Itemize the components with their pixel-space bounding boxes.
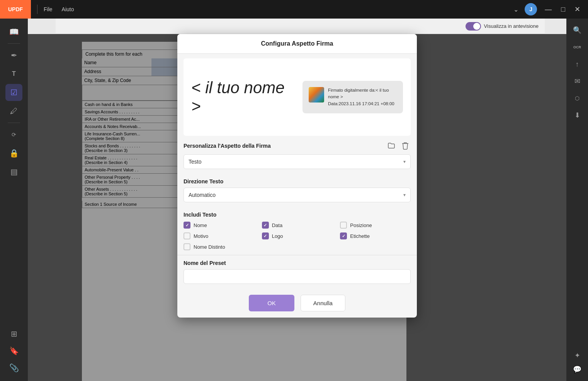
checkbox-etichette-box[interactable] [340, 232, 347, 239]
ocr-icon[interactable]: OCR [570, 40, 584, 54]
dropdown-arrow-icon: ▾ [403, 159, 406, 164]
sidebar-bottom: ⊞ 🔖 📎 [5, 325, 22, 376]
customize-title: Personalizza l'Aspetto della Firma [184, 143, 271, 149]
modal-dialog: Configura Aspetto Firma < il tuo nome > … [177, 34, 417, 318]
checkbox-nome-distinto[interactable]: Nome Distinto [184, 243, 254, 250]
preview-label: Visualizza in antevisione [484, 23, 539, 29]
checkbox-etichette-label: Etichette [350, 233, 370, 239]
checkbox-nome-distinto-box[interactable] [184, 243, 190, 250]
minimize-button[interactable]: — [543, 5, 553, 14]
signature-digital-block: Firmato digitalmente da:< il tuo nome > … [302, 81, 403, 113]
sidebar-icon-bookmark[interactable]: 🔖 [5, 342, 22, 359]
modal-header: Configura Aspetto Firma [177, 34, 417, 54]
dropdown-text-value: Testo [189, 159, 201, 165]
chevron-down-icon[interactable]: ⌄ [513, 6, 518, 13]
scan-icon[interactable]: ⬡ [570, 91, 584, 105]
main-content: Visualizza in antevisione Complete this … [28, 19, 566, 381]
checkbox-nome-label: Nome [194, 222, 207, 228]
sidebar-icon-organize[interactable]: ▤ [5, 163, 22, 180]
sidebar-divider-2 [8, 123, 20, 123]
avatar[interactable]: J [525, 3, 537, 15]
preset-input[interactable] [184, 269, 411, 284]
preview-bar: Visualizza in antevisione [56, 19, 545, 34]
ok-button[interactable]: OK [249, 295, 294, 311]
checkbox-motivo-label: Motivo [194, 233, 208, 239]
checkbox-posizione[interactable]: Posizione [340, 222, 411, 229]
modal-title: Configura Aspetto Firma [261, 40, 333, 47]
modal-footer: OK Annulla [177, 289, 417, 318]
direction-title: Direzione Testo [184, 178, 411, 185]
checkbox-data-box[interactable] [262, 222, 269, 229]
signature-name-text: < il tuo nome > [191, 79, 295, 116]
text-type-dropdown[interactable]: Testo ▾ [184, 154, 411, 169]
sidebar-icon-edit[interactable]: ✒ [5, 47, 22, 64]
digital-line1: Firmato digitalmente da:< il tuo nome > [328, 87, 397, 101]
checkbox-nome[interactable]: Nome [184, 222, 254, 229]
checkbox-nome-distinto-label: Nome Distinto [194, 244, 225, 250]
checkbox-grid: Nome Data Posizione Motivo [177, 222, 417, 255]
signature-logo [309, 87, 324, 103]
chat-icon[interactable]: 💬 [570, 362, 584, 376]
preset-section: Nome del Preset [177, 260, 417, 289]
direction-arrow-icon: ▾ [403, 192, 406, 198]
preview-toggle[interactable] [466, 22, 481, 31]
share-icon[interactable]: ↑ [570, 57, 584, 71]
sidebar-icon-protect[interactable]: 🔒 [5, 145, 22, 162]
customize-section: Personalizza l'Aspetto della Firma [177, 140, 417, 178]
mail-icon[interactable]: ✉ [570, 74, 584, 88]
preset-label: Nome del Preset [184, 260, 411, 266]
sidebar-icon-form[interactable]: ☑ [5, 84, 22, 101]
right-sidebar: 🔍 OCR ↑ ✉ ⬡ ⬇ ✦ 💬 [566, 19, 588, 381]
doc-area: Complete this form for each Name Address… [28, 34, 566, 381]
signature-preview-area: < il tuo nome > Firmato digitalmente da:… [184, 58, 411, 136]
top-menu: File Aiuto [44, 6, 74, 12]
digital-line2: Data:2023.11.16 17:04:21 +08:00 [328, 101, 397, 107]
direction-value: Automatico [189, 192, 216, 198]
checkbox-motivo-box[interactable] [184, 232, 190, 239]
checkbox-nome-box[interactable] [184, 222, 190, 229]
ai-icon[interactable]: ✦ [570, 349, 584, 362]
app-logo: UPDF [0, 0, 31, 19]
checkbox-etichette[interactable]: Etichette [340, 232, 411, 239]
checkbox-motivo[interactable]: Motivo [184, 232, 254, 239]
sidebar-icon-pen[interactable]: 🖊 [5, 103, 22, 120]
section-action-icons [386, 140, 411, 151]
signature-digital-text: Firmato digitalmente da:< il tuo nome > … [328, 87, 397, 107]
sidebar-icon-attach[interactable]: 📎 [5, 359, 22, 376]
sidebar-icon-book[interactable]: 📖 [5, 23, 22, 40]
sidebar-divider-1 [8, 43, 20, 44]
top-divider [37, 5, 37, 14]
checkbox-logo-box[interactable] [262, 232, 269, 239]
checkbox-logo[interactable]: Logo [262, 232, 333, 239]
direction-section: Direzione Testo Automatico ▾ [177, 178, 417, 212]
modal-divider [177, 255, 417, 255]
top-bar: UPDF File Aiuto ⌄ J — □ ✕ [0, 0, 588, 19]
close-button[interactable]: ✕ [573, 5, 582, 14]
cancel-button[interactable]: Annulla [301, 295, 345, 311]
right-sidebar-bottom: ✦ 💬 [570, 349, 584, 376]
export-icon[interactable]: ⬇ [570, 108, 584, 122]
maximize-button[interactable]: □ [559, 5, 567, 14]
menu-file[interactable]: File [44, 6, 53, 12]
sidebar-icon-text[interactable]: T [5, 65, 22, 82]
top-bar-right: ⌄ J — □ ✕ [513, 3, 588, 15]
menu-help[interactable]: Aiuto [62, 6, 74, 12]
checkbox-posizione-label: Posizione [350, 222, 372, 228]
sidebar-icon-convert[interactable]: ⟳ [5, 126, 22, 143]
checkbox-logo-label: Logo [272, 233, 283, 239]
delete-icon[interactable] [400, 140, 411, 151]
direction-dropdown[interactable]: Automatico ▾ [184, 188, 411, 202]
include-text-label: Includi Testo [177, 212, 417, 218]
sidebar-icon-layers[interactable]: ⊞ [5, 325, 22, 342]
folder-icon[interactable] [386, 140, 397, 151]
search-icon[interactable]: 🔍 [570, 23, 584, 37]
left-sidebar: 📖 ✒ T ☑ 🖊 ⟳ 🔒 ▤ ⊞ 🔖 📎 [0, 19, 28, 381]
modal-overlay: Configura Aspetto Firma < il tuo nome > … [28, 34, 566, 381]
checkbox-data[interactable]: Data [262, 222, 333, 229]
checkbox-posizione-box[interactable] [340, 222, 347, 229]
checkbox-data-label: Data [272, 222, 282, 228]
customize-section-header: Personalizza l'Aspetto della Firma [184, 140, 411, 151]
